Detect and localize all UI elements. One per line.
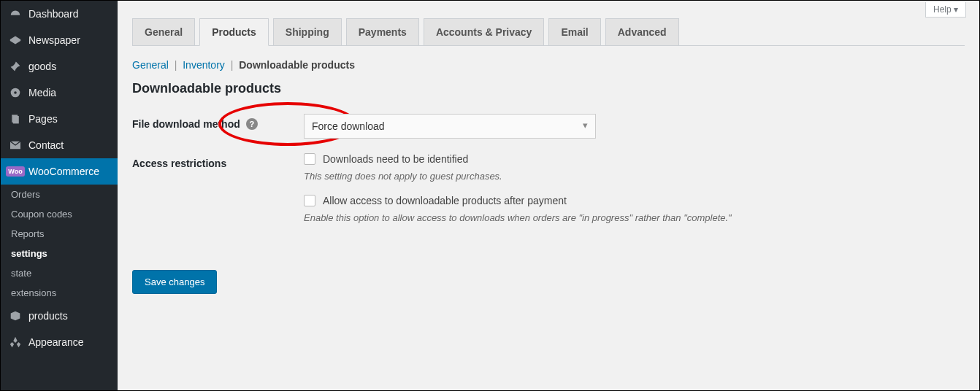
newspaper-icon — [8, 33, 23, 47]
subtab-downloadable[interactable]: Downloadable products — [239, 59, 355, 71]
tab-accounts[interactable]: Accounts & Privacy — [424, 18, 545, 45]
sidebar-item-woocommerce[interactable]: Woo WooCommerce — [1, 158, 118, 185]
tab-email[interactable]: Email — [548, 18, 600, 45]
sidebar-item-pages[interactable]: Pages — [1, 106, 118, 132]
sidebar-sub-settings[interactable]: settings — [1, 244, 118, 263]
sidebar-item-label: Dashboard — [28, 8, 79, 20]
sidebar-sub-reports[interactable]: Reports — [1, 224, 118, 244]
tab-advanced[interactable]: Advanced — [605, 18, 679, 45]
sidebar-item-label: Appearance — [28, 336, 84, 348]
sidebar-item-label: Newspaper — [28, 34, 80, 46]
downloads-identified-label: Downloads need to be identified — [323, 153, 468, 165]
sidebar-item-newspaper[interactable]: Newspaper — [1, 27, 118, 53]
sidebar-item-label: goods — [28, 61, 56, 72]
file-download-method-label: File download method ? — [132, 114, 304, 130]
sidebar-item-media[interactable]: Media — [1, 80, 118, 106]
help-icon[interactable]: ? — [246, 118, 258, 130]
access-after-payment-label: Allow access to downloadable products af… — [323, 195, 567, 206]
products-icon — [8, 309, 23, 323]
appearance-icon — [8, 335, 23, 349]
sidebar-item-products[interactable]: products — [1, 303, 118, 329]
svg-rect-4 — [13, 116, 19, 123]
media-icon — [8, 85, 23, 100]
dashboard-icon — [8, 7, 23, 21]
access-restrictions-label: Access restrictions — [132, 153, 304, 169]
svg-point-1 — [14, 91, 17, 94]
sidebar-item-label: Media — [28, 87, 56, 98]
downloads-identified-checkbox[interactable] — [304, 153, 315, 165]
tab-products[interactable]: Products — [199, 18, 269, 46]
tab-general[interactable]: General — [132, 18, 195, 45]
product-subtabs: General | Inventory | Downloadable produ… — [132, 59, 355, 71]
admin-sidebar: Dashboard Newspaper goods Media Pages Co… — [1, 1, 118, 390]
sidebar-sub-extensions[interactable]: extensions — [1, 283, 118, 303]
section-title: Downloadable products — [132, 81, 965, 96]
pages-icon — [8, 112, 23, 126]
sidebar-item-label: Contact — [28, 139, 64, 151]
sidebar-item-contact[interactable]: Contact — [1, 132, 118, 158]
mail-icon — [8, 138, 23, 152]
pin-icon — [8, 59, 23, 74]
settings-tabs: General Products Shipping Payments Accou… — [132, 18, 965, 46]
sidebar-item-appearance[interactable]: Appearance — [1, 329, 118, 355]
sidebar-sub-orders[interactable]: Orders — [1, 185, 118, 204]
subtab-inventory[interactable]: Inventory — [183, 59, 225, 71]
help-toggle[interactable]: Help ▾ — [925, 2, 966, 18]
sidebar-item-label: Pages — [28, 113, 58, 125]
woocommerce-icon: Woo — [8, 164, 23, 179]
subtab-general[interactable]: General — [132, 59, 169, 71]
main-content: Help ▾ General Products Shipping Payment… — [118, 1, 979, 390]
tab-payments[interactable]: Payments — [346, 18, 419, 45]
file-download-method-select[interactable]: Force download — [304, 114, 596, 139]
access-after-payment-desc: Enable this option to allow access to do… — [304, 212, 965, 223]
sidebar-item-dashboard[interactable]: Dashboard — [1, 1, 118, 27]
sidebar-sub-coupons[interactable]: Coupon codes — [1, 204, 118, 224]
sidebar-item-goods[interactable]: goods — [1, 53, 118, 80]
tab-shipping[interactable]: Shipping — [273, 18, 342, 45]
save-button[interactable]: Save changes — [132, 270, 217, 294]
access-after-payment-checkbox[interactable] — [304, 195, 315, 206]
sidebar-item-label: products — [28, 310, 68, 322]
sidebar-item-label: WooCommerce — [28, 166, 99, 177]
downloads-identified-desc: This setting does not apply to guest pur… — [304, 171, 965, 182]
sidebar-sub-state[interactable]: state — [1, 263, 118, 283]
